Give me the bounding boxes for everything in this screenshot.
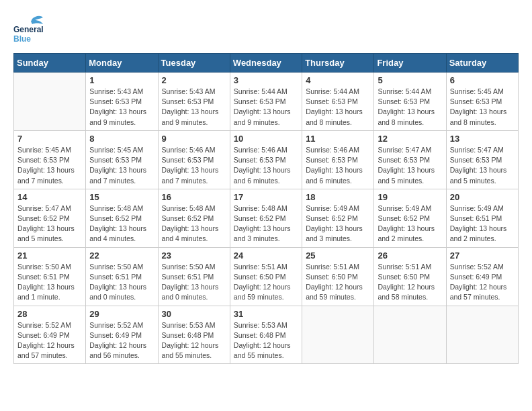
day-number: 22	[89, 250, 154, 261]
day-info: Sunrise: 5:44 AM Sunset: 6:53 PM Dayligh…	[378, 87, 442, 128]
day-number: 1	[89, 75, 154, 85]
weekday-header: Sunday	[14, 54, 86, 73]
day-number: 11	[306, 134, 370, 144]
day-info: Sunrise: 5:45 AM Sunset: 6:53 PM Dayligh…	[17, 145, 82, 186]
calendar-cell: 2Sunrise: 5:43 AM Sunset: 6:53 PM Daylig…	[158, 73, 230, 131]
calendar-cell: 23Sunrise: 5:50 AM Sunset: 6:51 PM Dayli…	[158, 247, 230, 306]
day-number: 12	[378, 134, 442, 144]
calendar-cell: 19Sunrise: 5:49 AM Sunset: 6:52 PM Dayli…	[374, 189, 446, 247]
day-number: 15	[89, 192, 154, 202]
calendar-cell: 9Sunrise: 5:46 AM Sunset: 6:53 PM Daylig…	[158, 130, 230, 189]
calendar-cell	[302, 306, 374, 364]
weekday-header: Tuesday	[158, 54, 230, 73]
svg-text:General: General	[13, 25, 44, 34]
week-row: 7Sunrise: 5:45 AM Sunset: 6:53 PM Daylig…	[14, 130, 519, 189]
calendar-cell: 12Sunrise: 5:47 AM Sunset: 6:53 PM Dayli…	[374, 130, 446, 189]
day-info: Sunrise: 5:51 AM Sunset: 6:50 PM Dayligh…	[234, 262, 298, 303]
day-number: 2	[162, 75, 226, 85]
day-number: 5	[378, 75, 442, 85]
calendar-cell: 15Sunrise: 5:48 AM Sunset: 6:52 PM Dayli…	[86, 189, 158, 247]
calendar-cell: 17Sunrise: 5:48 AM Sunset: 6:52 PM Dayli…	[230, 189, 302, 247]
day-info: Sunrise: 5:46 AM Sunset: 6:53 PM Dayligh…	[234, 145, 298, 186]
day-number: 3	[234, 75, 298, 85]
calendar-cell: 13Sunrise: 5:47 AM Sunset: 6:53 PM Dayli…	[446, 130, 518, 189]
day-number: 24	[234, 250, 298, 261]
calendar-cell	[446, 306, 518, 364]
weekday-header: Monday	[86, 54, 158, 73]
day-number: 27	[450, 250, 515, 261]
day-info: Sunrise: 5:51 AM Sunset: 6:50 PM Dayligh…	[306, 262, 370, 303]
calendar-cell	[14, 73, 86, 131]
week-row: 14Sunrise: 5:47 AM Sunset: 6:52 PM Dayli…	[14, 189, 519, 247]
calendar-cell: 14Sunrise: 5:47 AM Sunset: 6:52 PM Dayli…	[14, 189, 86, 247]
calendar-cell: 24Sunrise: 5:51 AM Sunset: 6:50 PM Dayli…	[230, 247, 302, 306]
day-number: 4	[306, 75, 370, 85]
day-number: 20	[450, 192, 515, 202]
day-number: 23	[162, 250, 226, 261]
day-number: 7	[17, 134, 82, 144]
day-info: Sunrise: 5:52 AM Sunset: 6:49 PM Dayligh…	[89, 320, 154, 361]
calendar-cell: 6Sunrise: 5:45 AM Sunset: 6:53 PM Daylig…	[446, 73, 518, 131]
logo-icon: General Blue	[13, 13, 47, 44]
week-row: 28Sunrise: 5:52 AM Sunset: 6:49 PM Dayli…	[14, 306, 519, 364]
calendar-cell: 31Sunrise: 5:53 AM Sunset: 6:48 PM Dayli…	[230, 306, 302, 364]
calendar-cell: 4Sunrise: 5:44 AM Sunset: 6:53 PM Daylig…	[302, 73, 374, 131]
day-info: Sunrise: 5:49 AM Sunset: 6:52 PM Dayligh…	[306, 203, 370, 244]
day-number: 16	[162, 192, 226, 202]
calendar-cell: 22Sunrise: 5:50 AM Sunset: 6:51 PM Dayli…	[86, 247, 158, 306]
day-info: Sunrise: 5:49 AM Sunset: 6:52 PM Dayligh…	[378, 203, 442, 244]
day-number: 18	[306, 192, 370, 202]
day-info: Sunrise: 5:45 AM Sunset: 6:53 PM Dayligh…	[89, 145, 154, 186]
day-info: Sunrise: 5:50 AM Sunset: 6:51 PM Dayligh…	[162, 262, 226, 303]
calendar-cell: 20Sunrise: 5:49 AM Sunset: 6:51 PM Dayli…	[446, 189, 518, 247]
day-info: Sunrise: 5:53 AM Sunset: 6:48 PM Dayligh…	[234, 320, 298, 361]
calendar-cell: 3Sunrise: 5:44 AM Sunset: 6:53 PM Daylig…	[230, 73, 302, 131]
day-number: 17	[234, 192, 298, 202]
calendar-cell: 30Sunrise: 5:53 AM Sunset: 6:48 PM Dayli…	[158, 306, 230, 364]
calendar-cell: 21Sunrise: 5:50 AM Sunset: 6:51 PM Dayli…	[14, 247, 86, 306]
weekday-header: Friday	[374, 54, 446, 73]
day-info: Sunrise: 5:49 AM Sunset: 6:51 PM Dayligh…	[450, 203, 515, 244]
calendar-cell: 8Sunrise: 5:45 AM Sunset: 6:53 PM Daylig…	[86, 130, 158, 189]
calendar-cell: 18Sunrise: 5:49 AM Sunset: 6:52 PM Dayli…	[302, 189, 374, 247]
day-info: Sunrise: 5:46 AM Sunset: 6:53 PM Dayligh…	[162, 145, 226, 186]
day-info: Sunrise: 5:43 AM Sunset: 6:53 PM Dayligh…	[89, 87, 154, 128]
calendar-cell: 29Sunrise: 5:52 AM Sunset: 6:49 PM Dayli…	[86, 306, 158, 364]
day-info: Sunrise: 5:44 AM Sunset: 6:53 PM Dayligh…	[234, 87, 298, 128]
calendar-cell: 27Sunrise: 5:52 AM Sunset: 6:49 PM Dayli…	[446, 247, 518, 306]
day-info: Sunrise: 5:50 AM Sunset: 6:51 PM Dayligh…	[17, 262, 82, 303]
calendar-cell: 1Sunrise: 5:43 AM Sunset: 6:53 PM Daylig…	[86, 73, 158, 131]
day-number: 31	[234, 309, 298, 319]
calendar-cell: 10Sunrise: 5:46 AM Sunset: 6:53 PM Dayli…	[230, 130, 302, 189]
day-info: Sunrise: 5:50 AM Sunset: 6:51 PM Dayligh…	[89, 262, 154, 303]
day-number: 13	[450, 134, 515, 144]
day-number: 10	[234, 134, 298, 144]
day-number: 21	[17, 250, 82, 261]
weekday-header-row: SundayMondayTuesdayWednesdayThursdayFrid…	[14, 54, 519, 73]
day-number: 14	[17, 192, 82, 202]
day-info: Sunrise: 5:47 AM Sunset: 6:52 PM Dayligh…	[17, 203, 82, 244]
day-number: 26	[378, 250, 442, 261]
calendar-cell: 11Sunrise: 5:46 AM Sunset: 6:53 PM Dayli…	[302, 130, 374, 189]
svg-text:Blue: Blue	[13, 34, 31, 44]
day-number: 30	[162, 309, 226, 319]
day-number: 28	[17, 309, 82, 319]
day-info: Sunrise: 5:52 AM Sunset: 6:49 PM Dayligh…	[450, 262, 515, 303]
day-info: Sunrise: 5:47 AM Sunset: 6:53 PM Dayligh…	[450, 145, 515, 186]
day-info: Sunrise: 5:48 AM Sunset: 6:52 PM Dayligh…	[89, 203, 154, 244]
weekday-header: Thursday	[302, 54, 374, 73]
day-info: Sunrise: 5:45 AM Sunset: 6:53 PM Dayligh…	[450, 87, 515, 128]
weekday-header: Wednesday	[230, 54, 302, 73]
day-number: 9	[162, 134, 226, 144]
day-info: Sunrise: 5:48 AM Sunset: 6:52 PM Dayligh…	[162, 203, 226, 244]
logo: General Blue	[13, 13, 47, 46]
week-row: 21Sunrise: 5:50 AM Sunset: 6:51 PM Dayli…	[14, 247, 519, 306]
calendar: SundayMondayTuesdayWednesdayThursdayFrid…	[13, 53, 519, 364]
day-info: Sunrise: 5:51 AM Sunset: 6:50 PM Dayligh…	[378, 262, 442, 303]
day-info: Sunrise: 5:47 AM Sunset: 6:53 PM Dayligh…	[378, 145, 442, 186]
day-info: Sunrise: 5:43 AM Sunset: 6:53 PM Dayligh…	[162, 87, 226, 128]
day-info: Sunrise: 5:53 AM Sunset: 6:48 PM Dayligh…	[162, 320, 226, 361]
calendar-cell: 5Sunrise: 5:44 AM Sunset: 6:53 PM Daylig…	[374, 73, 446, 131]
header: General Blue	[13, 13, 519, 46]
day-number: 6	[450, 75, 515, 85]
